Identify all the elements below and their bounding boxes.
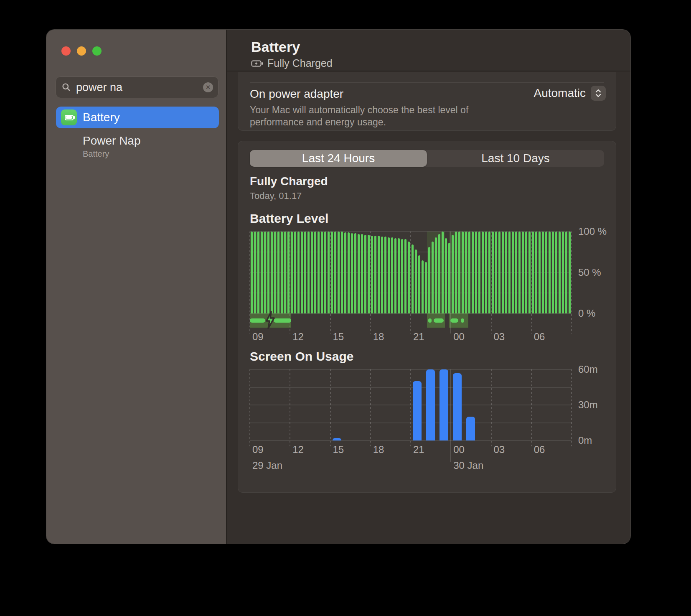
battery-level-bar bbox=[522, 232, 524, 313]
screen: ✕ Battery Power Nap Battery Battery bbox=[0, 0, 691, 616]
battery-level-bar bbox=[495, 232, 497, 313]
battery-level-bar bbox=[401, 239, 403, 313]
x-axis-tick-label: 00 bbox=[453, 331, 465, 343]
search-field[interactable]: ✕ bbox=[56, 76, 218, 98]
battery-level-bar bbox=[505, 232, 507, 313]
battery-level-bar bbox=[257, 232, 259, 313]
grid-line-vertical bbox=[290, 369, 290, 446]
battery-level-bar bbox=[338, 232, 340, 313]
battery-level-bar bbox=[267, 232, 269, 313]
y-axis-tick-label: 60m bbox=[578, 364, 598, 375]
battery-level-bar bbox=[445, 238, 447, 313]
charge-status-date: Today, 01.17 bbox=[250, 191, 302, 201]
battery-charging-icon bbox=[251, 60, 264, 67]
battery-level-bar bbox=[452, 235, 454, 313]
power-mode-value: Automatic bbox=[534, 87, 586, 100]
y-axis-tick-label: 0 % bbox=[578, 308, 595, 319]
battery-level-bar bbox=[297, 232, 300, 313]
battery-level-bar bbox=[502, 232, 504, 313]
grid-line-vertical bbox=[330, 369, 331, 446]
zoom-button[interactable] bbox=[92, 46, 102, 56]
search-icon bbox=[62, 83, 71, 92]
screen-usage-bar bbox=[466, 417, 475, 440]
battery-level-bar bbox=[284, 232, 286, 313]
battery-level-bar bbox=[425, 262, 427, 313]
battery-level-bar bbox=[251, 232, 253, 313]
battery-level-bar bbox=[287, 232, 290, 313]
grid-line-midnight bbox=[450, 369, 451, 462]
sidebar-item-battery[interactable]: Battery bbox=[56, 107, 219, 128]
battery-level-bar bbox=[254, 232, 256, 313]
grid-line-vertical bbox=[531, 369, 532, 446]
battery-level-bar bbox=[475, 232, 477, 313]
screen-on-usage-plot[interactable]: 60m30m0m091215182100030629 Jan30 Jan bbox=[250, 369, 572, 440]
y-axis-tick-label: 100 % bbox=[578, 226, 607, 237]
screen-usage-bar bbox=[453, 373, 462, 441]
clear-search-icon[interactable]: ✕ bbox=[203, 82, 213, 92]
battery-level-plot[interactable]: 100 %50 %0 %0912151821000306 bbox=[250, 232, 572, 328]
date-label: 30 Jan bbox=[453, 460, 483, 471]
battery-level-chart-title: Battery Level bbox=[250, 211, 572, 232]
y-axis-tick-label: 50 % bbox=[578, 267, 601, 278]
battery-level-bar bbox=[569, 232, 571, 313]
battery-level-bar bbox=[381, 237, 383, 313]
battery-level-bar bbox=[404, 239, 406, 313]
charging-indicator-line bbox=[428, 318, 432, 323]
close-button[interactable] bbox=[61, 46, 71, 56]
battery-level-bar bbox=[304, 232, 306, 313]
system-settings-window: ✕ Battery Power Nap Battery Battery bbox=[46, 29, 631, 544]
search-result-subtitle: Battery bbox=[83, 149, 109, 159]
section-separator bbox=[250, 82, 604, 83]
charging-indicator-line bbox=[250, 318, 265, 323]
minimize-button[interactable] bbox=[77, 46, 86, 56]
battery-level-bar bbox=[294, 232, 296, 313]
grid-line-midnight bbox=[450, 232, 451, 333]
battery-level-bar bbox=[412, 244, 414, 313]
search-result-power-nap[interactable]: Power Nap bbox=[83, 134, 141, 148]
x-axis-tick-label: 06 bbox=[534, 331, 545, 343]
tab-last-24-hours[interactable]: Last 24 Hours bbox=[250, 150, 427, 167]
battery-level-bar bbox=[525, 232, 527, 313]
battery-level-bar bbox=[488, 232, 490, 313]
screen-usage-bar bbox=[439, 369, 448, 440]
charging-bolt-icon bbox=[264, 311, 276, 331]
battery-level-bar bbox=[318, 232, 320, 313]
battery-level-bar bbox=[498, 232, 500, 313]
battery-level-bar bbox=[301, 232, 303, 313]
battery-level-bar bbox=[428, 247, 430, 313]
battery-level-bar bbox=[361, 234, 363, 313]
power-mode-stepper[interactable] bbox=[591, 86, 606, 101]
header-status-text: Fully Charged bbox=[267, 57, 333, 69]
grid-line-vertical bbox=[410, 369, 411, 446]
power-mode-control[interactable]: Automatic bbox=[534, 86, 606, 101]
y-axis-tick-label: 30m bbox=[578, 399, 598, 411]
date-label: 29 Jan bbox=[252, 460, 282, 471]
x-axis-tick-label: 18 bbox=[373, 444, 384, 456]
battery-level-bar bbox=[358, 234, 360, 313]
power-adapter-description: Your Mac will automatically choose the b… bbox=[250, 104, 468, 128]
battery-level-bar bbox=[378, 236, 380, 313]
x-axis-tick-label: 12 bbox=[292, 444, 304, 456]
tab-last-10-days[interactable]: Last 10 Days bbox=[427, 150, 604, 167]
battery-level-bar bbox=[394, 238, 396, 313]
battery-level-bar bbox=[341, 232, 343, 313]
search-input[interactable] bbox=[75, 81, 203, 94]
battery-level-bar bbox=[408, 242, 410, 313]
battery-level-bar bbox=[448, 243, 450, 313]
grid-line-vertical bbox=[249, 232, 250, 333]
battery-level-bar bbox=[281, 232, 283, 313]
battery-level-chart: Battery Level 100 %50 %0 %09121518210003… bbox=[250, 211, 572, 328]
battery-level-bar bbox=[344, 232, 346, 313]
battery-level-bar bbox=[418, 255, 420, 313]
battery-level-bar bbox=[555, 232, 557, 313]
x-axis-tick-label: 12 bbox=[292, 331, 304, 343]
battery-level-bar bbox=[549, 232, 551, 313]
battery-level-bar bbox=[462, 232, 464, 313]
x-axis-tick-label: 18 bbox=[373, 331, 384, 343]
x-axis-tick-label: 03 bbox=[494, 331, 505, 343]
battery-level-bar bbox=[508, 232, 511, 313]
battery-level-bar bbox=[374, 236, 376, 313]
x-axis-tick-label: 03 bbox=[494, 444, 505, 456]
x-axis-tick-label: 09 bbox=[252, 444, 264, 456]
grid-line-vertical bbox=[249, 369, 250, 446]
